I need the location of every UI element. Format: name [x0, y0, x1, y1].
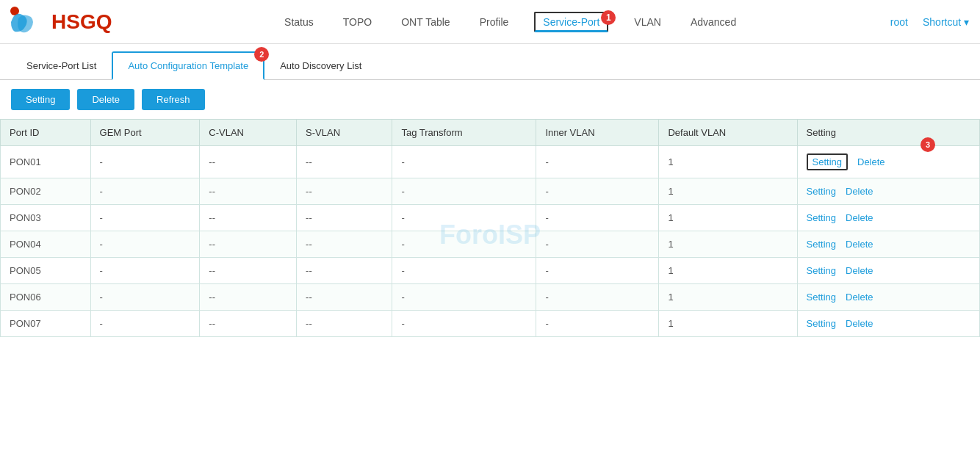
- nav-topo[interactable]: TOPO: [339, 16, 375, 28]
- cell-2: --: [200, 231, 297, 258]
- row-setting-button[interactable]: Setting: [807, 265, 836, 276]
- cell-4: -: [392, 311, 536, 337]
- cell-2: --: [200, 311, 297, 337]
- cell-4: -: [392, 205, 536, 231]
- cell-5: -: [536, 178, 659, 205]
- cell-3: --: [297, 311, 392, 337]
- cell-3: --: [297, 205, 392, 231]
- setting-cell: SettingDelete: [797, 178, 979, 205]
- top-nav: HSGQ Status TOPO ONT Table Profile Servi…: [0, 0, 980, 44]
- col-port-id: Port ID: [1, 120, 91, 146]
- setting-button[interactable]: Setting: [11, 89, 70, 110]
- row-setting-button[interactable]: Setting: [807, 239, 836, 250]
- table-row: PON02-------1SettingDelete: [1, 178, 980, 205]
- nav-right: root Shortcut ▾: [887, 16, 973, 28]
- cell-3: --: [297, 231, 392, 258]
- nav-ont-table[interactable]: ONT Table: [397, 16, 453, 28]
- col-gem-port: GEM Port: [90, 120, 200, 146]
- cell-0: PON04: [1, 231, 91, 258]
- row-delete-button[interactable]: Delete: [857, 156, 885, 167]
- cell-6: 1: [659, 231, 797, 258]
- cell-6: 1: [659, 178, 797, 205]
- nav-profile[interactable]: Profile: [476, 16, 513, 28]
- nav-service-port[interactable]: Service-Port: [534, 12, 608, 32]
- cell-4: -: [392, 231, 536, 258]
- row-delete-button[interactable]: Delete: [846, 186, 873, 197]
- cell-0: PON05: [1, 258, 91, 284]
- cell-5: -: [536, 284, 659, 311]
- cell-5: -: [536, 205, 659, 231]
- delete-button[interactable]: Delete: [77, 89, 134, 110]
- cell-3: --: [297, 146, 392, 178]
- cell-4: -: [392, 284, 536, 311]
- cell-1: -: [90, 311, 200, 337]
- table-row: PON07-------1SettingDelete: [1, 311, 980, 337]
- nav-service-port-wrapper: Service-Port 1: [534, 16, 608, 28]
- cell-1: -: [90, 146, 200, 178]
- col-tag-transform: Tag Transform: [392, 120, 536, 146]
- row-setting-button[interactable]: Setting: [807, 153, 848, 170]
- cell-5: -: [536, 258, 659, 284]
- setting-cell: 3SettingDelete: [797, 146, 979, 178]
- table-container: Port ID GEM Port C-VLAN S-VLAN Tag Trans…: [0, 119, 980, 337]
- table-body: PON01-------13SettingDeletePON02-------1…: [1, 146, 980, 337]
- setting-cell: SettingDelete: [797, 284, 979, 311]
- setting-cell: SettingDelete: [797, 258, 979, 284]
- row-delete-button[interactable]: Delete: [846, 212, 873, 223]
- cell-1: -: [90, 178, 200, 205]
- row-setting-button[interactable]: Setting: [807, 186, 836, 197]
- nav-vlan[interactable]: VLAN: [630, 16, 665, 28]
- setting-cell: SettingDelete: [797, 231, 979, 258]
- row-delete-button[interactable]: Delete: [846, 318, 873, 329]
- row-setting-button[interactable]: Setting: [807, 212, 836, 223]
- col-inner-vlan: Inner VLAN: [536, 120, 659, 146]
- cell-6: 1: [659, 258, 797, 284]
- table-header: Port ID GEM Port C-VLAN S-VLAN Tag Trans…: [1, 120, 980, 146]
- row-delete-button[interactable]: Delete: [846, 265, 873, 276]
- data-table: Port ID GEM Port C-VLAN S-VLAN Tag Trans…: [0, 119, 980, 337]
- cell-1: -: [90, 284, 200, 311]
- cell-3: --: [297, 258, 392, 284]
- col-c-vlan: C-VLAN: [200, 120, 297, 146]
- nav-links: Status TOPO ONT Table Profile Service-Po…: [134, 16, 886, 28]
- cell-5: -: [536, 146, 659, 178]
- tab-service-port-list[interactable]: Service-Port List: [11, 52, 112, 79]
- nav-shortcut[interactable]: Shortcut ▾: [919, 16, 973, 28]
- col-setting: Setting: [797, 120, 979, 146]
- setting-row-badge: 3: [920, 137, 935, 152]
- nav-service-port-badge: 1: [601, 10, 616, 25]
- cell-1: -: [90, 258, 200, 284]
- row-setting-button[interactable]: Setting: [807, 318, 836, 329]
- tab-auto-config-template[interactable]: Auto Configuration Template 2: [112, 51, 264, 80]
- cell-6: 1: [659, 205, 797, 231]
- cell-2: --: [200, 178, 297, 205]
- table-row: PON05-------1SettingDelete: [1, 258, 980, 284]
- row-setting-button[interactable]: Setting: [807, 292, 836, 303]
- nav-root[interactable]: root: [887, 16, 912, 28]
- cell-6: 1: [659, 146, 797, 178]
- cell-1: -: [90, 231, 200, 258]
- refresh-button[interactable]: Refresh: [142, 89, 205, 110]
- cell-4: -: [392, 146, 536, 178]
- nav-status[interactable]: Status: [281, 16, 317, 28]
- table-row: PON06-------1SettingDelete: [1, 284, 980, 311]
- cell-5: -: [536, 311, 659, 337]
- row-delete-button[interactable]: Delete: [846, 239, 873, 250]
- setting-cell: SettingDelete: [797, 205, 979, 231]
- cell-0: PON02: [1, 178, 91, 205]
- setting-cell: SettingDelete: [797, 311, 979, 337]
- row-delete-button[interactable]: Delete: [846, 292, 873, 303]
- table-row: PON01-------13SettingDelete: [1, 146, 980, 178]
- table-row: PON04-------1SettingDelete: [1, 231, 980, 258]
- cell-0: PON07: [1, 311, 91, 337]
- cell-0: PON06: [1, 284, 91, 311]
- toolbar: Setting Delete Refresh: [0, 80, 980, 119]
- cell-2: --: [200, 258, 297, 284]
- cell-6: 1: [659, 284, 797, 311]
- tabs-bar: Service-Port List Auto Configuration Tem…: [0, 44, 980, 80]
- nav-advanced[interactable]: Advanced: [687, 16, 740, 28]
- cell-5: -: [536, 231, 659, 258]
- cell-4: -: [392, 178, 536, 205]
- logo-icon: [7, 4, 48, 40]
- tab-auto-discovery-list[interactable]: Auto Discovery List: [264, 52, 377, 79]
